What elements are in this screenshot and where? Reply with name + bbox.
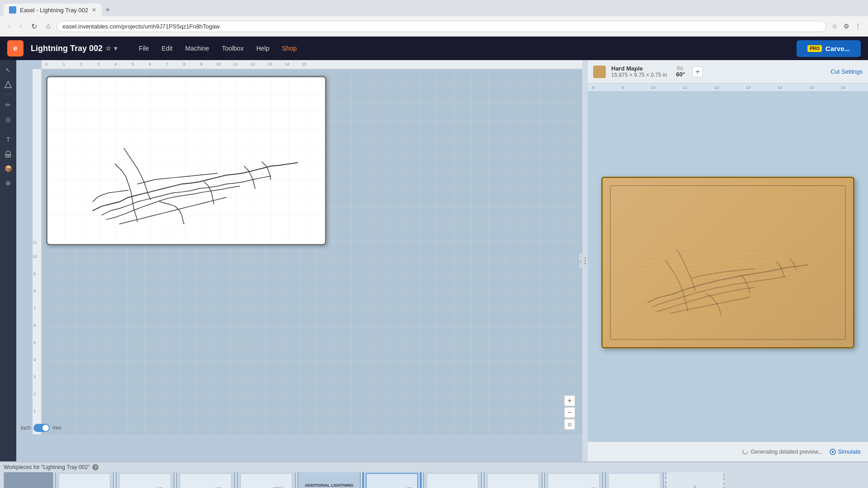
forward-button[interactable]: ›: [17, 20, 24, 32]
address-bar: ‹ › ↻ ⌂ ☆ ⚙ ⋮: [0, 16, 868, 36]
tool-separator-1: [4, 94, 13, 95]
cut-settings-button[interactable]: Cut Settings: [830, 68, 863, 75]
simulate-icon: [830, 449, 836, 455]
workpiece-thumb-5[interactable]: [237, 472, 296, 488]
svg-rect-12: [427, 474, 478, 488]
material-size: 15.875 × 9.75 × 0.75 in: [611, 72, 667, 78]
browser-chrome: Easel - Lightning Tray 002 ✕ + ‹ › ↻ ⌂ ☆…: [0, 0, 868, 37]
panel-toggle-button[interactable]: ›: [578, 253, 582, 269]
menu-toolbox[interactable]: Toolbox: [217, 42, 249, 55]
unit-toggle[interactable]: [33, 424, 50, 432]
workpiece-thumb-9[interactable]: [484, 472, 542, 488]
workpiece-thumb-1[interactable]: [4, 472, 53, 488]
back-button[interactable]: ‹: [5, 20, 13, 32]
bit-value: 60°: [676, 71, 685, 78]
ruler-vertical: 0 1 2 3 4 5 6 7 8 9 10 11: [33, 69, 42, 434]
unit-mm-label: mm: [52, 425, 61, 431]
panel-divider[interactable]: [582, 60, 588, 461]
svg-rect-14: [548, 474, 599, 488]
svg-rect-10: [241, 474, 292, 488]
workpiece-thumb-9-svg: [485, 472, 542, 488]
add-tool-icon[interactable]: ⊕: [2, 177, 14, 189]
svg-marker-0: [5, 81, 11, 88]
circle-tool-icon[interactable]: ◎: [2, 113, 14, 126]
material-info: Hard Maple 15.875 × 9.75 × 0.75 in: [611, 65, 667, 78]
add-bit-button[interactable]: +: [692, 66, 703, 77]
tab-close-button[interactable]: ✕: [92, 7, 96, 13]
image-tool-icon[interactable]: [2, 148, 14, 160]
workpiece-thumb-8[interactable]: [423, 472, 482, 488]
design-svg: [47, 77, 325, 244]
browser-actions: ☆ ⚙ ⋮: [830, 22, 863, 31]
canvas-workpiece[interactable]: [46, 76, 326, 245]
reload-button[interactable]: ↻: [28, 20, 40, 33]
material-swatch[interactable]: [593, 66, 606, 78]
menu-icon[interactable]: ⋮: [854, 22, 863, 31]
workpiece-thumb-5-svg: [238, 472, 295, 488]
svg-rect-13: [487, 474, 539, 488]
add-workpiece-button[interactable]: +: [665, 472, 724, 488]
carve-button[interactable]: PRO Carve...: [797, 40, 861, 57]
home-button[interactable]: ⌂: [43, 20, 53, 32]
svg-point-4: [743, 450, 747, 454]
menu-edit[interactable]: Edit: [156, 42, 178, 55]
workpiece-thumb-7-svg: [363, 472, 420, 488]
tab-favicon: [9, 6, 16, 14]
ruler-horizontal: 0 1 2 3 4 5 6 7 8 9 10 11 12 13 14 15: [42, 60, 582, 69]
canvas-content[interactable]: [42, 69, 582, 434]
spinner-icon: [742, 449, 748, 455]
address-input[interactable]: [57, 21, 826, 32]
svg-rect-7: [59, 474, 110, 488]
menu-machine[interactable]: Machine: [180, 42, 215, 55]
workpiece-thumb-11[interactable]: [605, 472, 664, 488]
workpiece-thumb-2[interactable]: [55, 472, 114, 488]
svg-point-6: [832, 451, 834, 453]
zoom-out-button[interactable]: −: [564, 407, 575, 418]
logo-text: e: [14, 44, 18, 52]
canvas-area[interactable]: inch mm 0 1 2 3 4 5 6 7 8 9 10 11 12: [16, 60, 582, 461]
star-icon[interactable]: ☆: [830, 22, 839, 31]
wood-preview: [601, 177, 854, 348]
project-dropdown-icon[interactable]: ▾: [114, 45, 117, 52]
new-tab-button[interactable]: +: [102, 5, 114, 15]
preview-content: 8 9 10 11 12 13 14 15 16 17: [588, 84, 868, 441]
simulate-button[interactable]: Simulate: [830, 448, 861, 455]
divider-dot-1: [585, 258, 586, 259]
pen-tool-icon[interactable]: ✏: [2, 99, 14, 111]
select-tool-icon[interactable]: ↖: [2, 64, 14, 76]
pro-badge: PRO: [807, 45, 822, 52]
material-name: Hard Maple: [611, 65, 667, 72]
simulate-label: Simulate: [838, 448, 861, 455]
menu-file[interactable]: File: [133, 42, 155, 55]
project-star-icon[interactable]: ☆: [105, 45, 111, 52]
zoom-fit-button[interactable]: ⊡: [564, 419, 575, 430]
workpiece-thumb-4[interactable]: Tray #3 Double Lightning: [176, 472, 235, 488]
import-tool-icon[interactable]: 📦: [2, 162, 14, 175]
extensions-icon[interactable]: ⚙: [842, 22, 851, 31]
svg-rect-9: [180, 474, 231, 488]
active-tab[interactable]: Easel - Lightning Tray 002 ✕: [4, 4, 102, 16]
preview-ruler-top: 8 9 10 11 12 13 14 15 16 17: [588, 84, 868, 92]
workpieces-info-icon[interactable]: ?: [92, 464, 99, 470]
carve-label: Carve...: [826, 45, 850, 52]
workpiece-thumb-6-label-container: Additional Lightning Patterns: [298, 472, 360, 488]
workpiece-thumb-3[interactable]: [116, 472, 175, 488]
text-tool-icon[interactable]: T: [2, 133, 14, 146]
bit-label: Bit:: [677, 66, 684, 71]
workpieces-bar: Workpieces for "Lightning Tray 002" ?: [0, 461, 868, 488]
svg-rect-8: [119, 474, 171, 488]
workpiece-thumb-10[interactable]: [544, 472, 603, 488]
menu-help[interactable]: Help: [251, 42, 275, 55]
wood-carved-svg: [612, 187, 844, 338]
workpieces-scroll[interactable]: Tray #3 Double Lightning Additional Ligh…: [0, 472, 868, 488]
workpiece-thumb-7[interactable]: [363, 472, 421, 488]
project-title-container: Lightning Tray 002 ☆ ▾: [31, 44, 117, 53]
unit-inch-label: inch: [21, 425, 31, 431]
tab-title: Easel - Lightning Tray 002: [20, 7, 88, 14]
shape-tool-icon[interactable]: [2, 78, 14, 91]
zoom-in-button[interactable]: +: [564, 395, 575, 406]
menu-shop[interactable]: Shop: [277, 42, 302, 55]
tab-bar: Easel - Lightning Tray 002 ✕ +: [0, 0, 868, 16]
workpiece-thumb-8-svg: [424, 472, 481, 488]
workpiece-thumb-6[interactable]: Additional Lightning Patterns: [297, 472, 361, 488]
